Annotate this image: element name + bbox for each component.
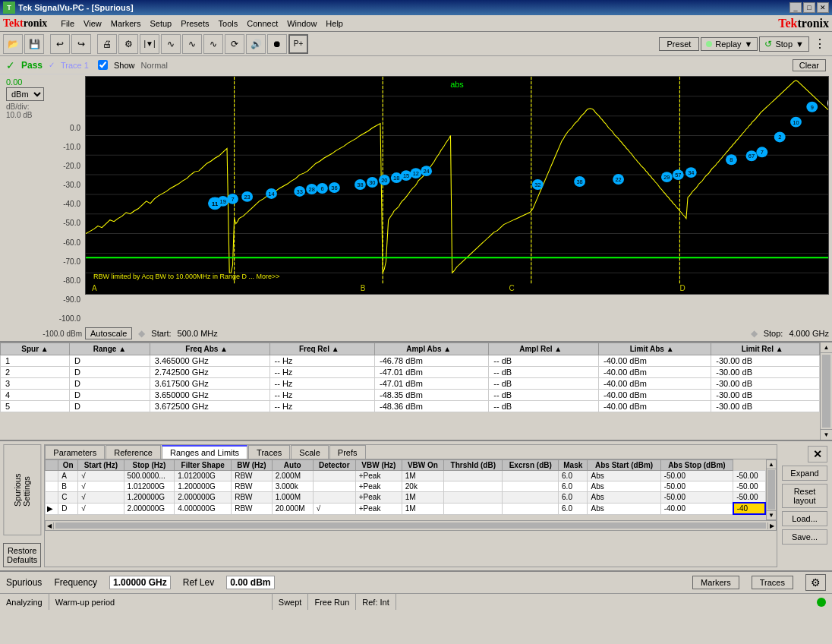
ranges-table-cell[interactable]: 500.0000... bbox=[124, 471, 175, 481]
menu-help[interactable]: Help bbox=[321, 17, 348, 30]
menu-setup[interactable]: Setup bbox=[145, 17, 176, 30]
ranges-table-cell[interactable]: RBW bbox=[232, 481, 272, 492]
ranges-table-cell[interactable]: 2.000M bbox=[272, 471, 313, 481]
minimize-button[interactable]: _ bbox=[789, 2, 802, 13]
clear-button[interactable]: Clear bbox=[793, 59, 826, 71]
ranges-table-cell[interactable]: Abs bbox=[588, 503, 660, 514]
stop-button[interactable]: ↺ Stop ▼ bbox=[759, 36, 809, 52]
ranges-table-cell[interactable]: 1.200000G bbox=[175, 481, 232, 492]
ranges-table-cell[interactable]: 1.012000G bbox=[175, 471, 232, 481]
settings-button[interactable]: ⚙ bbox=[118, 34, 138, 54]
more-button[interactable]: ⋮ bbox=[811, 36, 829, 51]
ranges-table-cell[interactable]: RBW bbox=[232, 492, 272, 504]
tab-ranges-limits[interactable]: Ranges and Limits bbox=[162, 445, 247, 459]
record-button[interactable]: ⏺ bbox=[267, 34, 287, 54]
ranges-scrollbar-v[interactable]: ▲ ▼ bbox=[766, 459, 777, 520]
ranges-table-cell[interactable]: 2.000000G bbox=[124, 503, 175, 514]
ranges-table-cell[interactable]: 6.0 bbox=[559, 481, 588, 492]
ranges-table-cell[interactable]: 1M bbox=[402, 492, 443, 504]
ranges-table-cell[interactable]: 6.0 bbox=[559, 503, 588, 514]
ranges-table-cell[interactable]: Abs bbox=[588, 471, 660, 481]
unit-select[interactable]: dBm bbox=[6, 87, 44, 101]
redo-button[interactable]: ↪ bbox=[71, 34, 91, 54]
close-button[interactable]: ✕ bbox=[817, 2, 829, 13]
ranges-table-cell[interactable]: -50.00 bbox=[660, 492, 733, 504]
ranges-table-cell[interactable]: -50.00 bbox=[660, 481, 733, 492]
restore-defaults-button[interactable]: RestoreDefaults bbox=[3, 543, 41, 567]
menu-view[interactable]: View bbox=[79, 17, 106, 30]
markers-bottom-button[interactable]: Markers bbox=[692, 576, 739, 589]
maximize-button[interactable]: □ bbox=[803, 2, 815, 13]
ranges-table-cell[interactable]: 1M bbox=[402, 503, 443, 514]
ranges-table-cell[interactable]: 4.000000G bbox=[175, 503, 232, 514]
ranges-table-cell[interactable]: √ bbox=[313, 503, 355, 514]
ranges-table-cell[interactable]: -50.00 bbox=[733, 492, 765, 504]
autoscale-button[interactable]: Autoscale bbox=[85, 327, 132, 339]
ranges-table-cell[interactable]: √ bbox=[78, 481, 124, 492]
ranges-table-cell[interactable] bbox=[313, 492, 355, 504]
ranges-table-cell[interactable]: √ bbox=[78, 471, 124, 481]
ranges-table-cell[interactable] bbox=[503, 503, 559, 514]
ranges-table-row[interactable]: ▶D√2.000000G4.000000GRBW20.000M√+Peak1M6… bbox=[46, 503, 765, 514]
ranges-table-cell[interactable]: -50.00 bbox=[660, 471, 733, 481]
spur-table-row[interactable]: 4D3.650000 GHz-- Hz-48.35 dBm-- dB-40.00… bbox=[1, 390, 820, 401]
open-button[interactable]: 📂 bbox=[3, 34, 23, 54]
menu-tools[interactable]: Tools bbox=[214, 17, 243, 30]
spur-table-scrollbar[interactable]: ▲ ▼ bbox=[820, 343, 832, 440]
col-freq-rel[interactable]: Freq Rel ▲ bbox=[269, 343, 374, 355]
ranges-table-cell[interactable] bbox=[503, 471, 559, 481]
ranges-table-cell[interactable]: +Peak bbox=[355, 492, 402, 504]
col-ampl-rel[interactable]: Ampl Rel ▲ bbox=[489, 343, 599, 355]
show-checkbox[interactable] bbox=[98, 60, 108, 70]
ranges-table-cell[interactable]: Abs bbox=[588, 481, 660, 492]
ranges-table-row[interactable]: B√1.012000G1.200000GRBW3.000k+Peak20k6.0… bbox=[46, 481, 765, 492]
print-button[interactable]: 🖨 bbox=[97, 34, 117, 54]
ranges-table-cell[interactable]: 1.012000G bbox=[124, 481, 175, 492]
ranges-table-cell[interactable]: -40 bbox=[733, 503, 765, 514]
ranges-table-cell[interactable]: √ bbox=[78, 503, 124, 514]
ranges-table-cell[interactable]: -40.00 bbox=[660, 503, 733, 514]
trace1-label[interactable]: Trace 1 bbox=[61, 61, 89, 70]
ranges-table-cell[interactable]: Abs bbox=[588, 492, 660, 504]
spur-table-row[interactable]: 1D3.465000 GHz-- Hz-46.78 dBm-- dB-40.00… bbox=[1, 355, 820, 367]
spur-table-row[interactable]: 2D2.742500 GHz-- Hz-47.01 dBm-- dB-40.00… bbox=[1, 367, 820, 378]
ranges-table-cell[interactable] bbox=[503, 481, 559, 492]
p-button[interactable]: P+ bbox=[288, 34, 308, 54]
ranges-table-row[interactable]: A√500.0000...1.012000GRBW2.000M+Peak1M6.… bbox=[46, 471, 765, 481]
spur-table-row[interactable]: 3D3.617500 GHz-- Hz-47.01 dBm-- dB-40.00… bbox=[1, 378, 820, 390]
col-limit-rel[interactable]: Limit Rel ▲ bbox=[711, 343, 820, 355]
ranges-table-cell[interactable]: √ bbox=[78, 492, 124, 504]
ranges-table-cell[interactable]: 20.000M bbox=[272, 503, 313, 514]
spur-table-row[interactable]: 5D3.672500 GHz-- Hz-48.36 dBm-- dB-40.00… bbox=[1, 401, 820, 412]
ranges-table-cell[interactable]: -50.00 bbox=[733, 471, 765, 481]
menu-markers[interactable]: Markers bbox=[106, 17, 146, 30]
ranges-scrollbar-h[interactable]: ◀ ▶ bbox=[45, 520, 777, 531]
tab-parameters[interactable]: Parameters bbox=[45, 445, 105, 459]
save-settings-button[interactable]: Save... bbox=[782, 529, 827, 545]
tab-reference[interactable]: Reference bbox=[106, 445, 161, 459]
close-settings-button[interactable]: ✕ bbox=[808, 446, 827, 462]
ranges-table-cell[interactable]: 3.000k bbox=[272, 481, 313, 492]
col-ampl-abs[interactable]: Ampl Abs ▲ bbox=[375, 343, 489, 355]
spectrum-plot[interactable]: abs bbox=[85, 76, 829, 295]
wave2-button[interactable]: ∿ bbox=[182, 34, 202, 54]
volume-button[interactable]: 🔊 bbox=[246, 34, 266, 54]
reset-layout-button[interactable]: Resetlayout bbox=[782, 484, 827, 508]
ranges-table-cell[interactable]: +Peak bbox=[355, 481, 402, 492]
ranges-table-cell[interactable]: 6.0 bbox=[559, 492, 588, 504]
gear-bottom-button[interactable]: ⚙ bbox=[805, 574, 826, 591]
col-range[interactable]: Range ▲ bbox=[70, 343, 150, 355]
load-button[interactable]: Load... bbox=[782, 511, 827, 526]
tab-traces[interactable]: Traces bbox=[248, 445, 290, 459]
marker-button[interactable]: |▼| bbox=[140, 34, 159, 54]
ranges-table-cell[interactable]: 6.0 bbox=[559, 471, 588, 481]
ranges-table-cell[interactable]: 1.200000G bbox=[124, 492, 175, 504]
ranges-table-cell[interactable]: -50.00 bbox=[733, 481, 765, 492]
ranges-table-cell[interactable]: 20k bbox=[402, 481, 443, 492]
menu-presets[interactable]: Presets bbox=[176, 17, 213, 30]
ranges-table-cell[interactable] bbox=[444, 503, 503, 514]
wave1-button[interactable]: ∿ bbox=[161, 34, 181, 54]
ranges-table-cell[interactable]: +Peak bbox=[355, 471, 402, 481]
col-freq-abs[interactable]: Freq Abs ▲ bbox=[150, 343, 269, 355]
ranges-table-row[interactable]: C√1.200000G2.000000GRBW1.000M+Peak1M6.0A… bbox=[46, 492, 765, 504]
